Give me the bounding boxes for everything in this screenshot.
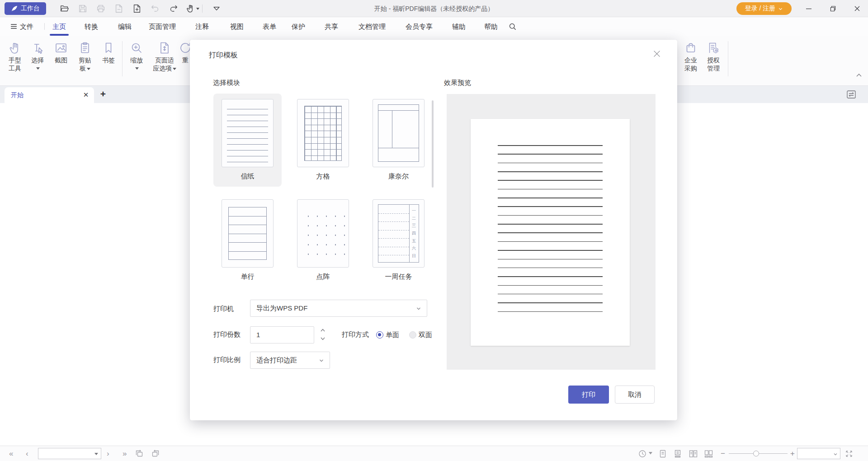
titlebar-divider bbox=[202, 5, 203, 13]
tab-close-icon[interactable]: ✕ bbox=[82, 91, 90, 99]
doc-minus-icon[interactable] bbox=[114, 4, 124, 14]
caret-down-icon[interactable] bbox=[648, 452, 657, 461]
menu-item-7[interactable]: 保护 bbox=[292, 17, 305, 36]
chevron-down-icon bbox=[319, 358, 324, 363]
menu-item-9[interactable]: 文档管理 bbox=[359, 17, 386, 36]
templates-section-label: 选择模块 bbox=[213, 79, 240, 87]
zoom-out-button[interactable]: − bbox=[721, 446, 725, 461]
new-tab-button[interactable]: + bbox=[99, 89, 108, 99]
radio-selected[interactable] bbox=[376, 331, 383, 339]
close-button[interactable] bbox=[854, 5, 861, 12]
save-icon[interactable] bbox=[78, 4, 88, 14]
last-page-button[interactable]: » bbox=[123, 446, 127, 461]
print-icon[interactable] bbox=[96, 4, 106, 14]
copies-label: 打印份数 bbox=[213, 330, 241, 339]
minimize-button[interactable] bbox=[805, 5, 812, 12]
toolbar-button-企业采购[interactable]: 企业采购 bbox=[678, 36, 703, 72]
thumb-weekday-labels: 一二三四五六日 bbox=[411, 208, 416, 259]
doc-plus-icon[interactable] bbox=[132, 4, 142, 14]
next-view-icon[interactable] bbox=[151, 449, 160, 458]
menu-item-2[interactable]: 编辑 bbox=[118, 17, 132, 36]
swap-panel-icon[interactable] bbox=[846, 90, 856, 99]
menu-item-10[interactable]: 会员专享 bbox=[406, 17, 433, 36]
template-card-cornell[interactable]: 康奈尔 bbox=[364, 94, 433, 187]
menu-item-5[interactable]: 视图 bbox=[230, 17, 244, 36]
hamburger-icon[interactable] bbox=[10, 23, 18, 30]
toolbar-button-书签[interactable]: 书签 bbox=[96, 36, 121, 64]
template-scrollbar[interactable] bbox=[432, 100, 434, 188]
search-icon[interactable] bbox=[508, 22, 517, 31]
menu-item-4[interactable]: 注释 bbox=[195, 17, 209, 36]
zoom-level-combobox[interactable] bbox=[797, 448, 840, 459]
template-name: 康奈尔 bbox=[364, 172, 433, 181]
cancel-button[interactable]: 取消 bbox=[615, 386, 655, 404]
dialog-close-icon[interactable] bbox=[652, 49, 662, 59]
prev-view-icon[interactable] bbox=[135, 449, 144, 458]
screenshot-icon bbox=[54, 41, 68, 55]
toolbar-toggle-icon[interactable] bbox=[212, 4, 222, 14]
continuous-view-icon[interactable] bbox=[673, 449, 682, 458]
folder-open-icon[interactable] bbox=[60, 4, 70, 14]
login-button[interactable]: 登录 / 注册 bbox=[736, 2, 792, 15]
template-card-single[interactable]: 单行 bbox=[213, 194, 282, 287]
template-card-weekly[interactable]: 一二三四五六日一周任务 bbox=[364, 194, 433, 287]
toolbar-button-截图[interactable]: 截图 bbox=[48, 36, 74, 64]
pen-icon bbox=[11, 5, 18, 12]
next-page-button[interactable]: › bbox=[107, 446, 109, 461]
single-page-view-icon[interactable] bbox=[658, 449, 667, 458]
undo-icon[interactable] bbox=[150, 4, 160, 14]
template-card-dots[interactable]: 点阵 bbox=[289, 194, 357, 287]
toolbar-divider bbox=[728, 41, 728, 76]
zoom-in-button[interactable]: + bbox=[790, 446, 795, 461]
template-thumbnail bbox=[297, 199, 349, 268]
menu-item-file[interactable]: 文件 bbox=[20, 17, 33, 36]
toolbar-button-手型工具[interactable]: 手型工具 bbox=[1, 36, 28, 72]
printer-dropdown[interactable]: 导出为WPS PDF bbox=[250, 300, 427, 317]
toolbar-button-label: 管理 bbox=[701, 64, 726, 72]
toolbar-button-缩放[interactable]: 缩放 bbox=[124, 36, 149, 70]
thumb-dots bbox=[304, 212, 345, 263]
restore-button[interactable] bbox=[829, 5, 836, 12]
two-page-view-icon[interactable] bbox=[689, 449, 698, 458]
fullscreen-icon[interactable] bbox=[844, 449, 854, 458]
preview-page bbox=[471, 119, 630, 346]
menu-item-3[interactable]: 页面管理 bbox=[149, 17, 176, 36]
hand-tool-icon bbox=[8, 41, 22, 55]
template-card-grid[interactable]: 方格 bbox=[289, 94, 357, 187]
spinner-down-icon[interactable] bbox=[320, 337, 326, 341]
template-card-lined[interactable]: 信纸 bbox=[213, 94, 282, 187]
history-clock-icon[interactable] bbox=[638, 449, 647, 458]
redo-icon[interactable] bbox=[169, 4, 179, 14]
menu-item-8[interactable]: 共享 bbox=[325, 17, 338, 36]
two-page-continuous-view-icon[interactable] bbox=[704, 449, 713, 458]
page-number-combobox[interactable] bbox=[38, 448, 101, 459]
toolbar-button-剪贴板[interactable]: 剪贴板 bbox=[72, 36, 98, 72]
scale-dropdown[interactable]: 适合打印边距 bbox=[250, 352, 330, 369]
toolbar-button-授权管理[interactable]: 授权管理 bbox=[701, 36, 726, 72]
preview-lines bbox=[498, 145, 603, 312]
menu-item-0[interactable]: 主页 bbox=[52, 17, 66, 36]
copies-value: 1 bbox=[256, 327, 260, 343]
caret-down-icon bbox=[94, 453, 98, 455]
copies-input[interactable]: 1 bbox=[250, 326, 314, 343]
caret-down-icon bbox=[124, 64, 149, 70]
toolbar-button-页面适应选项[interactable]: 页面适应选项 bbox=[149, 36, 180, 72]
first-page-button[interactable]: « bbox=[9, 446, 13, 461]
tab-start[interactable]: 开始 ✕ bbox=[5, 87, 94, 103]
workbench-button[interactable]: 工作台 bbox=[5, 2, 46, 15]
menu-item-12[interactable]: 帮助 bbox=[484, 17, 498, 36]
menu-item-6[interactable]: 表单 bbox=[263, 17, 276, 36]
hand-pointer-icon[interactable] bbox=[185, 4, 195, 14]
menu-item-11[interactable]: 辅助 bbox=[452, 17, 466, 36]
prev-page-button[interactable]: ‹ bbox=[26, 446, 28, 461]
zoom-slider-knob[interactable] bbox=[753, 451, 759, 456]
menu-item-1[interactable]: 转换 bbox=[85, 17, 98, 36]
print-template-dialog: 打印模板 选择模块 效果预览 信纸方格康奈尔单行点阵一二三四五六日一周任务 打印… bbox=[190, 40, 677, 420]
toolbar-button-选择[interactable]: 选择 bbox=[25, 36, 50, 70]
caret-down-icon[interactable] bbox=[196, 7, 200, 12]
radio-unselected[interactable] bbox=[409, 331, 416, 339]
spinner-up-icon[interactable] bbox=[320, 328, 326, 332]
collapse-toolbar-icon[interactable] bbox=[856, 73, 862, 77]
page-fit-icon bbox=[157, 41, 172, 55]
print-button[interactable]: 打印 bbox=[568, 386, 609, 404]
